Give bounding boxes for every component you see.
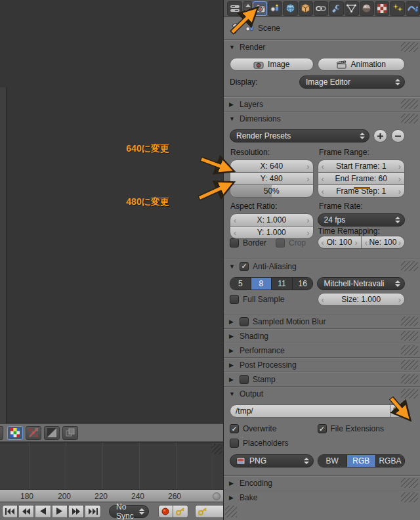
tab-modifiers[interactable] [329,1,343,16]
editor-type-selector[interactable] [227,1,242,16]
color-mode-bw[interactable]: BW [318,455,346,467]
tab-world[interactable] [283,1,297,16]
chevron-right-icon[interactable]: › [306,175,309,183]
file-extensions-checkbox[interactable] [318,424,327,433]
scene-small-icon[interactable] [245,24,255,33]
chevron-right-icon[interactable]: › [398,162,401,171]
pin-icon[interactable] [230,22,242,34]
panel-header-encoding[interactable]: ▶ Encoding [224,475,420,490]
keying-set-button[interactable] [195,505,223,518]
scrollbar-knob[interactable] [213,492,220,500]
tab-material[interactable] [360,1,374,16]
chevron-left-icon[interactable]: ‹ [234,216,236,225]
panel-header-sampled-motion-blur[interactable]: ▶ Sampled Motion Blur [224,314,420,328]
panel-drag-hatch[interactable] [401,478,418,488]
tab-physics[interactable] [406,1,420,16]
aa-sample-11[interactable]: 11 [271,278,292,290]
chevron-right-icon[interactable]: › [354,238,357,247]
chevron-right-icon[interactable]: › [398,187,401,196]
play-reverse-button[interactable] [35,505,51,518]
render-presets-select[interactable]: Render Presets [230,129,369,142]
alpha-display-button[interactable] [26,426,41,440]
copy-display-button[interactable] [62,426,78,440]
border-checkbox[interactable]: Border [230,238,266,248]
keying-button[interactable] [173,505,188,518]
time-remap-new-field[interactable]: ‹ Ne: 100 › [361,236,404,248]
chevron-left-icon[interactable]: ‹ [322,187,324,196]
tab-render[interactable] [253,1,267,16]
anti-aliasing-checkbox[interactable] [240,262,249,271]
frame-step-field[interactable]: ‹ Frame Step: 1 › [318,184,405,198]
placeholders-checkbox[interactable] [230,439,239,448]
aa-sample-16[interactable]: 16 [292,278,313,290]
panel-drag-hatch[interactable] [401,360,418,370]
resolution-x-field[interactable]: X: 640 › [230,160,314,173]
panel-drag-hatch[interactable] [401,331,418,341]
panel-drag-hatch[interactable] [401,345,418,355]
chevron-right-icon[interactable]: › [398,295,401,304]
panel-header-dimensions[interactable]: ▼ Dimensions [224,111,420,125]
stamp-checkbox[interactable] [240,375,249,384]
add-preset-button[interactable] [373,129,387,142]
editor-resize-corner[interactable] [225,506,237,517]
start-frame-field[interactable]: ‹ Start Frame: 1 › [318,160,405,173]
tab-object-data[interactable] [345,1,359,16]
color-mode-rgba[interactable]: RGBA [375,455,404,467]
half-display-button[interactable] [44,426,60,440]
aa-sample-8[interactable]: 8 [251,278,272,290]
motion-blur-checkbox[interactable] [240,317,249,326]
chevron-left-icon[interactable]: ‹ [365,238,368,247]
panel-drag-hatch[interactable] [401,492,418,502]
file-format-select[interactable]: PNG [230,454,314,467]
chevron-right-icon[interactable]: › [306,162,309,171]
panel-header-performance[interactable]: ▶ Performance [224,343,420,357]
resolution-y-field[interactable]: Y: 480 › [230,172,314,185]
time-remap-old-field[interactable]: ‹ Ol: 100 › [318,236,361,248]
color-mode-rgb[interactable]: RGB [346,455,375,467]
panel-drag-hatch[interactable] [401,389,418,399]
panel-header-layers[interactable]: ▶ Layers [224,97,420,111]
panel-header-post-processing[interactable]: ▶ Post Processing [224,357,420,372]
next-keyframe-button[interactable] [69,505,84,518]
panel-drag-hatch[interactable] [401,316,418,326]
crop-checkbox[interactable]: Crop [276,238,306,248]
chevron-right-icon[interactable]: › [306,228,309,237]
aa-size-field[interactable]: ‹ Size: 1.000 › [318,293,406,306]
chevron-left-icon[interactable]: ‹ [322,175,324,183]
overwrite-checkbox[interactable] [230,424,239,433]
aa-sample-5[interactable]: 5 [230,278,251,290]
jump-to-end-button[interactable] [85,505,100,518]
browse-folder-button[interactable] [390,404,405,418]
jump-to-start-button[interactable] [2,505,18,518]
previous-keyframe-button[interactable] [19,505,34,518]
panel-header-bake[interactable]: ▶ Bake [224,490,420,504]
timeline-ruler[interactable]: 180 200 220 240 260 [0,489,223,502]
chevron-left-icon[interactable]: ‹ [322,238,324,247]
record-button[interactable] [158,505,173,518]
render-animation-button[interactable]: Animation [318,58,405,71]
header-collapse-arrows[interactable] [243,1,252,16]
panel-drag-hatch[interactable] [401,42,418,52]
resize-corner[interactable] [211,444,222,454]
panel-drag-hatch[interactable] [401,261,418,271]
chevron-left-icon[interactable]: ‹ [322,162,324,171]
tab-texture[interactable] [375,1,389,16]
end-frame-field[interactable]: ‹ End Frame: 60 › [318,172,405,185]
image-display-button[interactable] [7,426,23,440]
panel-header-anti-aliasing[interactable]: ▼ Anti-Aliasing [224,259,420,273]
tab-object[interactable] [299,1,313,16]
chevron-right-icon[interactable]: › [306,216,309,225]
full-sample-checkbox[interactable] [230,295,239,304]
display-select[interactable]: Image Editor [299,76,405,89]
panel-header-shading[interactable]: ▶ Shading [224,328,420,343]
panel-drag-hatch[interactable] [401,114,418,123]
chevron-left-icon[interactable]: ‹ [234,228,236,237]
panel-drag-hatch[interactable] [401,374,418,384]
timeline-canvas[interactable] [0,443,223,489]
play-button[interactable] [52,505,68,518]
tab-scene[interactable] [268,1,282,16]
panel-drag-hatch[interactable] [401,99,418,109]
tab-constraints[interactable] [314,1,328,16]
panel-header-output[interactable]: ▼ Output [224,386,420,401]
resolution-percentage-slider[interactable]: 50% [230,184,314,198]
